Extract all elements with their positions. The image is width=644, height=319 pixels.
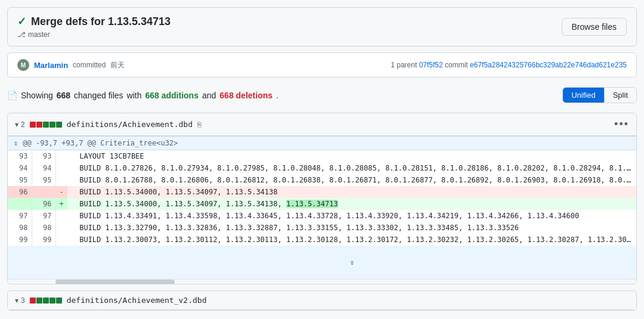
with-label: with bbox=[127, 91, 142, 100]
branch-name: master bbox=[28, 30, 50, 39]
line-num-left: 95 bbox=[8, 174, 32, 186]
line-sign bbox=[55, 222, 67, 234]
split-view-button[interactable]: Split bbox=[605, 88, 636, 103]
more-options-button[interactable]: ••• bbox=[614, 118, 629, 131]
line-num-right: 99 bbox=[32, 234, 55, 246]
line-num-left: 98 bbox=[8, 222, 32, 234]
table-row: 95 95 BUILD 8.0.1.26788, 8.0.1.26806, 8.… bbox=[8, 174, 636, 186]
diff-header-left: ▾ 2 definitions/Achievement.dbd ⎘ bbox=[15, 120, 202, 129]
hunk-header: ⇕ @@ -93,7 +93,7 @@ Criteria_tree<u32> bbox=[8, 136, 636, 150]
collapse-icon: ▾ bbox=[15, 120, 18, 129]
add-block-b2 bbox=[43, 298, 49, 303]
diff-block-bottom: ▾ 3 definitions/Achievement_v2.dbd bbox=[7, 290, 637, 311]
expand-row[interactable]: ⇕ bbox=[8, 246, 636, 279]
line-num-right bbox=[32, 186, 55, 198]
diff-header-left-bottom: ▾ 3 definitions/Achievement_v2.dbd bbox=[15, 296, 207, 305]
parent-sha[interactable]: 07f5f52 bbox=[419, 61, 443, 69]
line-num-right: 97 bbox=[32, 210, 55, 222]
line-content: BUILD 1.13.3.32790, 1.13.3.32836, 1.13.3… bbox=[67, 222, 636, 234]
color-blocks bbox=[30, 122, 62, 128]
deletions-count: 668 deletions bbox=[219, 91, 273, 100]
diff-block: ▾ 2 definitions/Achievement.dbd ⎘ ••• ⇕ bbox=[7, 113, 637, 284]
diff-file-header: ▾ 2 definitions/Achievement.dbd ⎘ ••• bbox=[8, 113, 636, 136]
add-block bbox=[43, 122, 49, 128]
line-sign bbox=[55, 210, 67, 222]
table-row: 93 93 LAYOUT 13CB7BEE bbox=[8, 150, 636, 162]
expand-down-icon[interactable]: ⇕ bbox=[350, 258, 354, 267]
file-icon: 📄 bbox=[7, 91, 17, 100]
diff-table: 93 93 LAYOUT 13CB7BEE 94 94 BUILD 8.1.0.… bbox=[8, 150, 636, 279]
view-toggle: Unified Split bbox=[562, 87, 637, 103]
line-sign bbox=[55, 174, 67, 186]
scroll-bar[interactable] bbox=[8, 279, 636, 284]
commit-label: commit bbox=[445, 61, 468, 69]
table-row: 94 94 BUILD 8.1.0.27826, 8.1.0.27934, 8.… bbox=[8, 162, 636, 174]
line-sign: + bbox=[55, 198, 67, 210]
add-block-b3 bbox=[49, 298, 55, 303]
line-num-left: 96 bbox=[8, 186, 32, 198]
commit-meta-right: 1 parent 07f5f52 commit e67f5a2842432576… bbox=[391, 61, 627, 69]
check-icon: ✓ bbox=[17, 15, 26, 28]
file-path: definitions/Achievement.dbd bbox=[67, 120, 193, 129]
line-sign: - bbox=[55, 186, 67, 198]
hunk-info: @@ -93,7 +93,7 @@ Criteria_tree<u32> bbox=[23, 139, 178, 147]
line-sign bbox=[55, 234, 67, 246]
commit-title-text: Merge defs for 1.13.5.34713 bbox=[31, 16, 171, 28]
author-left: M Marlamin committed 前天 bbox=[17, 59, 125, 71]
line-sign bbox=[55, 150, 67, 162]
table-row: 98 98 BUILD 1.13.3.32790, 1.13.3.32836, … bbox=[8, 222, 636, 234]
commit-title: ✓ Merge defs for 1.13.5.34713 bbox=[17, 15, 171, 28]
highlight-span: 1.13.5.34713 bbox=[286, 200, 338, 208]
line-num-left: 99 bbox=[8, 234, 32, 246]
table-row: 96 + BUILD 1.13.5.34000, 1.13.5.34097, 1… bbox=[8, 198, 636, 210]
expand-icon[interactable]: ⇕ bbox=[14, 139, 18, 147]
changed-files-label: changed files bbox=[74, 91, 123, 100]
browse-files-button[interactable]: Browse files bbox=[562, 18, 627, 36]
line-content: BUILD 1.13.4.33491, 1.13.4.33598, 1.13.4… bbox=[67, 210, 636, 222]
table-row: 97 97 BUILD 1.13.4.33491, 1.13.4.33598, … bbox=[8, 210, 636, 222]
copy-icon[interactable]: ⎘ bbox=[197, 120, 202, 129]
commit-action: committed bbox=[73, 61, 106, 69]
line-content: BUILD 1.13.2.30073, 1.13.2.30112, 1.13.2… bbox=[67, 234, 636, 246]
add-block2 bbox=[49, 122, 55, 128]
author-name[interactable]: Marlamin bbox=[34, 61, 68, 70]
avatar: M bbox=[17, 59, 29, 71]
diff-header-bottom: ▾ 3 definitions/Achievement_v2.dbd bbox=[8, 291, 636, 310]
file-path-bottom: definitions/Achievement_v2.dbd bbox=[67, 296, 207, 305]
author-row: M Marlamin committed 前天 1 parent 07f5f52… bbox=[7, 52, 637, 78]
color-blocks-bottom bbox=[30, 298, 62, 303]
line-num-right: 94 bbox=[32, 162, 55, 174]
line-num-left: 93 bbox=[8, 150, 32, 162]
commit-sha[interactable]: e67f5a28424325766bc329ab22e746dad621e235 bbox=[470, 61, 627, 69]
collapse-button[interactable]: ▾ 2 bbox=[15, 120, 25, 129]
page-container: ✓ Merge defs for 1.13.5.34713 ⎇ master B… bbox=[0, 0, 644, 318]
bottom-file-count: 3 bbox=[21, 296, 25, 305]
line-content: BUILD 1.13.5.34000, 1.13.5.34097, 1.13.5… bbox=[67, 186, 636, 198]
line-num-left: 94 bbox=[8, 162, 32, 174]
add-block-b1 bbox=[36, 298, 42, 303]
collapse-icon-bottom: ▾ bbox=[15, 296, 18, 305]
additions-count: 668 additions bbox=[145, 91, 198, 100]
diff-file-count: 2 bbox=[21, 120, 25, 129]
collapse-button-bottom[interactable]: ▾ 3 bbox=[15, 296, 25, 305]
line-content: BUILD 1.13.5.34000, 1.13.5.34097, 1.13.5… bbox=[67, 198, 636, 210]
commit-title-block: ✓ Merge defs for 1.13.5.34713 ⎇ master bbox=[17, 15, 171, 39]
line-num-left bbox=[8, 198, 32, 210]
parent-label: 1 parent bbox=[391, 61, 417, 69]
showing-label: Showing bbox=[21, 91, 53, 100]
del-block bbox=[30, 122, 36, 128]
add-block-b4 bbox=[56, 298, 62, 303]
unified-view-button[interactable]: Unified bbox=[563, 88, 604, 103]
stats-text: 📄 Showing 668 changed files with 668 add… bbox=[7, 91, 278, 100]
line-num-right: 95 bbox=[32, 174, 55, 186]
commit-time: 前天 bbox=[110, 60, 125, 70]
table-row: 96 - BUILD 1.13.5.34000, 1.13.5.34097, 1… bbox=[8, 186, 636, 198]
line-num-right: 98 bbox=[32, 222, 55, 234]
file-count: 668 bbox=[57, 91, 70, 100]
line-content: BUILD 8.1.0.27826, 8.1.0.27934, 8.1.0.27… bbox=[67, 162, 636, 174]
stats-bar: 📄 Showing 668 changed files with 668 add… bbox=[7, 83, 637, 107]
line-content: BUILD 8.0.1.26788, 8.0.1.26806, 8.0.1.26… bbox=[67, 174, 636, 186]
diff-content: ⇕ @@ -93,7 +93,7 @@ Criteria_tree<u32> 9… bbox=[8, 136, 636, 284]
commit-header: ✓ Merge defs for 1.13.5.34713 ⎇ master B… bbox=[7, 7, 637, 47]
del-block2 bbox=[36, 122, 42, 128]
